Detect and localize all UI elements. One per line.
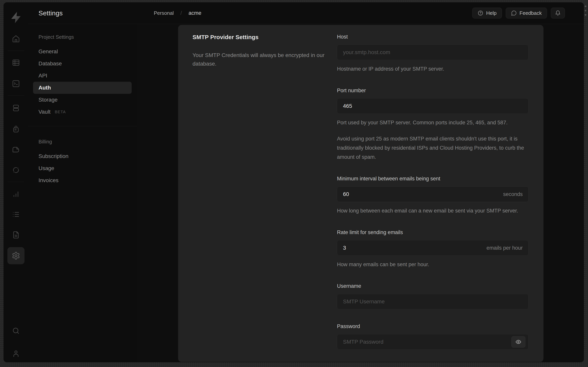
sidebar-divider: [28, 126, 137, 126]
rate-limit-help-text: How many emails can be sent per hour.: [337, 260, 529, 269]
notifications-button[interactable]: [551, 8, 565, 18]
port-input[interactable]: [337, 98, 529, 114]
sidebar-item-general[interactable]: General: [28, 46, 137, 58]
sidebar-item-label: Invoices: [39, 177, 58, 184]
sidebar-item-storage[interactable]: Storage: [28, 94, 137, 106]
sidebar-item-label: Subscription: [39, 153, 68, 159]
username-label: Username: [337, 283, 529, 289]
reports-icon[interactable]: [12, 190, 20, 198]
sidebar-item-api[interactable]: API: [28, 70, 137, 82]
breadcrumb-separator: /: [180, 10, 182, 16]
sidebar-item-label: API: [39, 73, 47, 79]
main-content: SMTP Provider Settings Your SMTP Credent…: [137, 24, 584, 362]
port-field-group: Port number Port used by your SMTP serve…: [337, 88, 529, 162]
sidebar-item-vault[interactable]: Vault BETA: [28, 106, 137, 118]
storage-icon[interactable]: [12, 146, 20, 154]
auth-lock-icon[interactable]: [12, 125, 20, 133]
sidebar-item-label: Auth: [39, 85, 51, 91]
smtp-section-title: SMTP Provider Settings: [193, 34, 337, 41]
sidebar-nav: Project Settings General Database API Au…: [28, 24, 137, 186]
sql-editor-icon[interactable]: [12, 80, 20, 88]
sidebar-item-auth[interactable]: Auth: [33, 82, 132, 94]
smtp-password-input[interactable]: [337, 334, 529, 350]
feedback-bubble-icon: [511, 10, 517, 16]
password-field-group: Password: [337, 323, 529, 350]
min-interval-help-text: How long between each email can a new em…: [337, 206, 529, 215]
port-help-text: Port used by your SMTP server. Common po…: [337, 118, 529, 127]
icon-rail: [3, 2, 28, 362]
feedback-button[interactable]: Feedback: [506, 8, 547, 18]
bell-icon: [555, 10, 561, 16]
edge-functions-icon[interactable]: [12, 166, 20, 174]
rate-limit-field-group: Rate limit for sending emails emails per…: [337, 229, 529, 269]
header-actions: Help Feedback: [472, 8, 565, 18]
sidebar-item-usage[interactable]: Usage: [28, 162, 137, 174]
sidebar-item-label: Usage: [39, 165, 54, 171]
min-interval-label: Minimum interval between emails being se…: [337, 176, 529, 182]
smtp-form: Host Hostname or IP address of your SMTP…: [337, 34, 529, 353]
supabase-logo[interactable]: [10, 11, 22, 24]
top-header: Personal / acme Help: [137, 2, 584, 24]
help-button-label: Help: [486, 10, 496, 16]
beta-badge: BETA: [55, 110, 66, 114]
eye-icon: [516, 339, 521, 345]
username-field-group: Username: [337, 283, 529, 309]
port-warning-text: Avoid using port 25 as modern SMTP email…: [337, 134, 529, 162]
rate-limit-label: Rate limit for sending emails: [337, 229, 529, 235]
sidebar-item-label: Database: [39, 60, 62, 67]
feedback-button-label: Feedback: [520, 10, 542, 16]
smtp-username-input[interactable]: [337, 294, 529, 309]
section-header-project-settings: Project Settings: [39, 34, 137, 40]
min-interval-input[interactable]: [337, 186, 529, 202]
page-title: Settings: [39, 9, 63, 17]
logs-icon[interactable]: [12, 210, 20, 218]
search-icon[interactable]: [12, 327, 20, 335]
sidebar-item-invoices[interactable]: Invoices: [28, 174, 137, 186]
table-editor-icon[interactable]: [12, 58, 20, 67]
desktop-background: { "rail": { "icons": [ "supabase-logo","…: [0, 0, 588, 367]
breadcrumb-org[interactable]: Personal: [154, 10, 174, 16]
host-field-group: Host Hostname or IP address of your SMTP…: [337, 34, 529, 74]
sidebar-header: Settings: [28, 2, 137, 24]
sidebar-item-subscription[interactable]: Subscription: [28, 150, 137, 162]
host-label: Host: [337, 34, 529, 40]
host-input[interactable]: [337, 45, 529, 60]
help-button[interactable]: Help: [472, 8, 502, 18]
smtp-settings-panel: SMTP Provider Settings Your SMTP Credent…: [178, 25, 543, 362]
section-header-billing: Billing: [39, 139, 137, 145]
sidebar-item-label: General: [39, 49, 58, 55]
home-icon[interactable]: [12, 35, 20, 43]
host-help-text: Hostname or IP address of your SMTP serv…: [337, 64, 529, 74]
help-icon: [478, 10, 483, 16]
sidebar-item-label: Storage: [39, 97, 57, 103]
smtp-section-description: Your SMTP Credentials will always be enc…: [193, 51, 329, 68]
rate-limit-input[interactable]: [337, 240, 529, 256]
port-label: Port number: [337, 88, 529, 94]
settings-sidebar: Settings Project Settings General Databa…: [28, 2, 137, 362]
database-icon[interactable]: [12, 104, 20, 112]
breadcrumb-project[interactable]: acme: [188, 10, 201, 16]
rail-divider: [8, 182, 24, 182]
min-interval-field-group: Minimum interval between emails being se…: [337, 176, 529, 215]
sidebar-item-database[interactable]: Database: [28, 58, 137, 70]
api-docs-icon[interactable]: [12, 231, 20, 239]
reveal-password-button[interactable]: [511, 336, 525, 348]
window-scroll-indicator: [585, 5, 587, 16]
sidebar-item-label: Vault: [39, 109, 50, 115]
breadcrumb: Personal / acme: [154, 10, 201, 16]
app-window: Settings Project Settings General Databa…: [3, 2, 584, 362]
smtp-section-intro: SMTP Provider Settings Your SMTP Credent…: [193, 34, 337, 353]
user-icon[interactable]: [12, 350, 20, 358]
password-label: Password: [337, 323, 529, 329]
rail-divider: [8, 95, 24, 96]
rail-divider: [8, 50, 24, 51]
settings-gear-icon[interactable]: [7, 247, 24, 264]
